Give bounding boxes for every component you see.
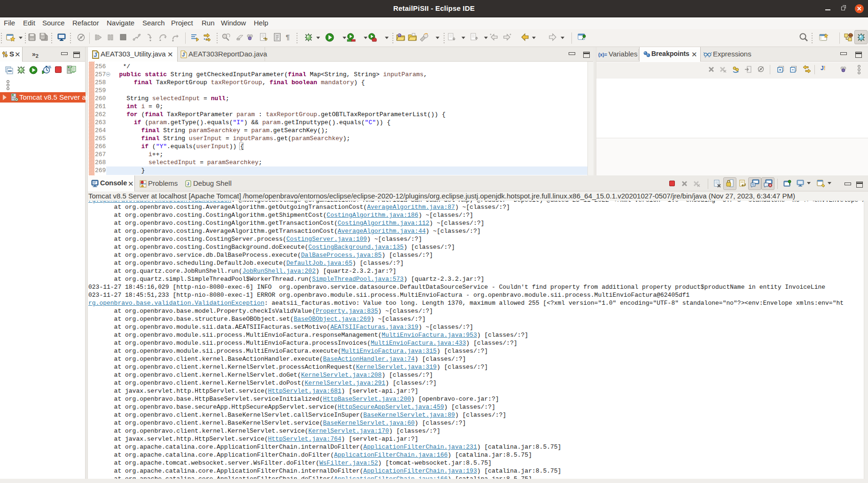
svg-text:J: J xyxy=(182,52,185,57)
svg-text:J: J xyxy=(94,51,97,58)
svg-text:J: J xyxy=(187,182,189,186)
svg-text:=: = xyxy=(709,55,710,58)
